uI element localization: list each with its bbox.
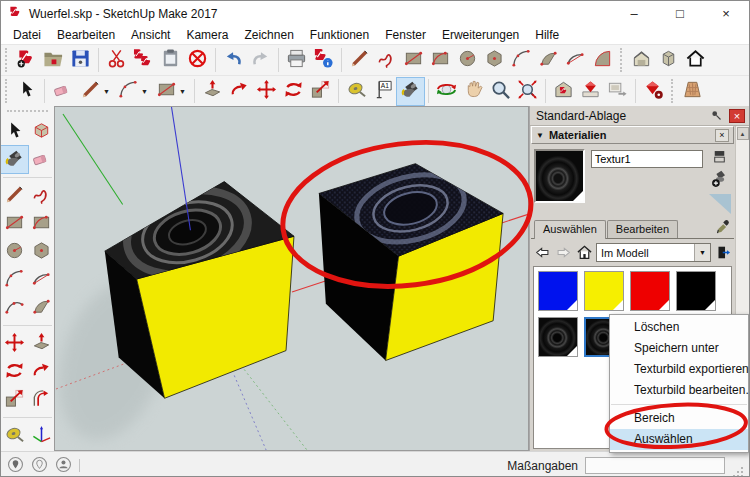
zoom-tool-button[interactable] xyxy=(487,78,514,105)
make-component-tool-button[interactable] xyxy=(28,118,55,145)
scroll-up-icon[interactable]: ▲ xyxy=(737,127,749,140)
toolbar-drag-handle[interactable] xyxy=(5,79,10,103)
close-button[interactable]: × xyxy=(703,1,749,26)
details-icon[interactable] xyxy=(714,244,732,262)
cut-tool-button[interactable] xyxy=(103,47,130,74)
menu-zeichnen[interactable]: Zeichnen xyxy=(236,28,301,42)
swatch-black[interactable] xyxy=(676,271,716,311)
extension-warehouse-tool-button[interactable] xyxy=(640,78,667,105)
paint-bucket-tool-button[interactable] xyxy=(1,146,28,173)
circle-tool-button[interactable] xyxy=(1,238,28,265)
scene-3d[interactable] xyxy=(55,107,528,450)
tab-auswhlen[interactable]: Auswählen xyxy=(534,220,606,239)
rotated-rectangle-tool-button[interactable] xyxy=(427,47,454,74)
paint-bucket-tool-button[interactable] xyxy=(397,78,424,105)
dropdown-arrow-icon[interactable]: ▼ xyxy=(141,88,148,95)
secondary-pane-icon[interactable] xyxy=(712,149,727,166)
resize-grip[interactable] xyxy=(732,466,743,477)
two-point-arc-tool-button[interactable] xyxy=(562,47,589,74)
home-view-tool-button[interactable] xyxy=(682,47,709,74)
sign-in-icon[interactable] xyxy=(55,456,72,476)
menu-fenster[interactable]: Fenster xyxy=(377,28,434,42)
menu-item-auswhlen[interactable]: Auswählen xyxy=(610,429,748,450)
axes-tool-button[interactable] xyxy=(28,422,55,449)
tray-close-button[interactable]: × xyxy=(729,109,745,123)
offset-tool-button[interactable] xyxy=(28,386,55,413)
toolbar-drag-handle[interactable] xyxy=(5,48,10,72)
menu-funktionen[interactable]: Funktionen xyxy=(302,28,377,42)
swatch-texture1[interactable] xyxy=(538,317,578,357)
right-cube[interactable] xyxy=(319,164,503,361)
rectangle-tool-button[interactable] xyxy=(400,47,427,74)
new-tool-button[interactable] xyxy=(13,47,40,74)
tape-measure-tool-button[interactable] xyxy=(343,78,370,105)
create-material-icon[interactable] xyxy=(710,169,730,191)
menu-ansicht[interactable]: Ansicht xyxy=(123,28,178,42)
materials-section-header[interactable]: ▼ Materialien × xyxy=(531,126,734,144)
send-to-tool-button[interactable] xyxy=(604,78,631,105)
palette-drag-handle[interactable] xyxy=(7,110,48,116)
three-point-arc-tool-button[interactable] xyxy=(1,294,28,321)
text-tool-button[interactable]: A1 xyxy=(370,78,397,105)
select-tool-button[interactable] xyxy=(13,78,40,105)
collection-dropdown[interactable]: Im Modell ▼ xyxy=(596,243,711,262)
title-bar[interactable]: Wuerfel.skp - SketchUp Make 2017 – □ × xyxy=(1,1,749,26)
collapse-arrow-icon[interactable]: ▼ xyxy=(536,131,544,140)
arc-tool-button[interactable] xyxy=(508,47,535,74)
move-tool-button[interactable] xyxy=(1,330,28,357)
pie-tool-button[interactable] xyxy=(28,294,55,321)
rotate-tool-button[interactable] xyxy=(1,358,28,385)
material-preview[interactable] xyxy=(534,149,585,203)
model-info-tool-button[interactable] xyxy=(310,47,337,74)
tab-bearbeiten[interactable]: Bearbeiten xyxy=(607,220,678,238)
pie-tool-button[interactable] xyxy=(535,47,562,74)
arc-tool-button[interactable] xyxy=(1,266,28,293)
freehand-tool-button[interactable] xyxy=(28,182,55,209)
delete-tool-button[interactable] xyxy=(184,47,211,74)
claim-credit-icon[interactable] xyxy=(31,456,48,476)
materials-tool-button[interactable] xyxy=(679,78,706,105)
dropdown-arrow-icon[interactable]: ▼ xyxy=(103,88,110,95)
print-tool-button[interactable] xyxy=(283,47,310,74)
push-pull-tool-button[interactable] xyxy=(199,78,226,105)
menu-item-bereich[interactable]: Bereich xyxy=(610,408,748,429)
save-tool-button[interactable] xyxy=(67,47,94,74)
polygon-tool-button[interactable] xyxy=(28,238,55,265)
scale-tool-button[interactable] xyxy=(1,386,28,413)
drawing-canvas[interactable] xyxy=(54,106,529,451)
menu-bearbeiten[interactable]: Bearbeiten xyxy=(49,28,123,42)
rotate-tool-button[interactable] xyxy=(280,78,307,105)
measurements-input[interactable] xyxy=(585,457,725,474)
sample-eyedropper-icon[interactable] xyxy=(713,218,731,238)
swatch-blue[interactable] xyxy=(538,271,578,311)
rectangle-tool-button[interactable]: ▼ xyxy=(152,78,190,105)
menu-item-speichernunter[interactable]: Speichern unter xyxy=(610,338,748,359)
menu-kamera[interactable]: Kamera xyxy=(178,28,236,42)
zoom-extents-tool-button[interactable] xyxy=(514,78,541,105)
materials-close-button[interactable]: × xyxy=(715,129,729,142)
line-tool-button[interactable] xyxy=(1,182,28,209)
dropdown-arrow-icon[interactable]: ▼ xyxy=(694,244,710,261)
follow-me-tool-button[interactable] xyxy=(28,358,55,385)
material-name-input[interactable] xyxy=(591,150,703,168)
pin-icon[interactable] xyxy=(707,107,725,125)
toolbar-drag-handle[interactable] xyxy=(671,79,676,103)
menu-item-lschen[interactable]: Löschen xyxy=(610,317,748,338)
eraser-tool-button[interactable] xyxy=(49,78,76,105)
share-model-tool-button[interactable] xyxy=(577,78,604,105)
copy-tool-button[interactable] xyxy=(130,47,157,74)
left-cube[interactable] xyxy=(105,177,294,398)
warehouse-tool-button[interactable] xyxy=(550,78,577,105)
toolbar-drag-handle[interactable] xyxy=(620,48,625,72)
rotated-rectangle-tool-button[interactable] xyxy=(28,210,55,237)
pan-tool-button[interactable] xyxy=(460,78,487,105)
orbit-tool-button[interactable] xyxy=(433,78,460,105)
push-pull-tool-button[interactable] xyxy=(28,330,55,357)
tape-measure-tool-button[interactable] xyxy=(1,422,28,449)
freehand-tool-button[interactable] xyxy=(373,47,400,74)
arc-tool-button[interactable]: ▼ xyxy=(114,78,152,105)
undo-tool-button[interactable] xyxy=(220,47,247,74)
forward-arrow-icon[interactable] xyxy=(554,244,572,262)
open-tool-button[interactable] xyxy=(40,47,67,74)
paste-tool-button[interactable] xyxy=(157,47,184,74)
